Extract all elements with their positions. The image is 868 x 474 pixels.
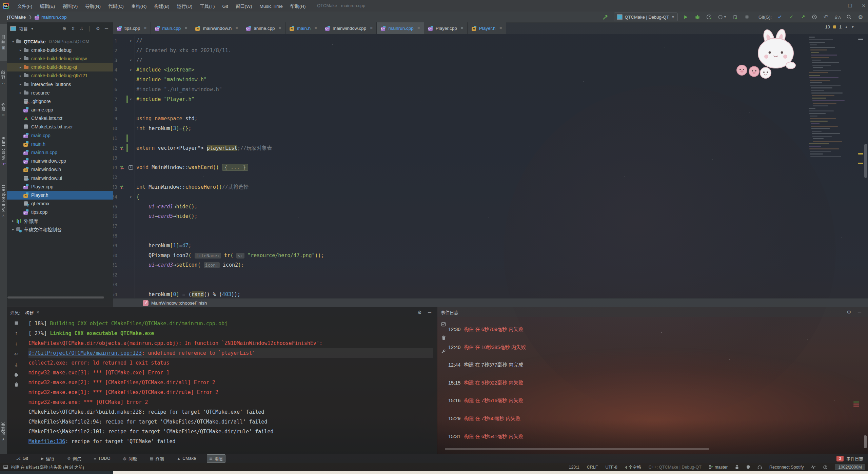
tree-row[interactable]: CMakeLists.txt: [7, 114, 113, 123]
build-minimize-icon[interactable]: ─: [428, 310, 431, 315]
tree-row[interactable]: C⁺⁺main.cpp: [7, 131, 113, 140]
clear-trash-icon[interactable]: [14, 382, 19, 387]
tree-row[interactable]: .gitignore: [7, 97, 113, 105]
menu-item[interactable]: 帮助(H): [287, 4, 310, 9]
menu-item[interactable]: Music Time: [256, 4, 287, 9]
menu-item[interactable]: 编辑(E): [36, 4, 59, 9]
status-item-branch[interactable]: master: [709, 465, 728, 470]
tree-row[interactable]: C⁺⁺Player.cpp: [7, 182, 113, 191]
breadcrumb-file[interactable]: mainrun.cpp: [41, 15, 66, 20]
coverage-button[interactable]: ▼: [717, 14, 727, 20]
tree-row[interactable]: C⁺⁺mainrun.cpp: [7, 148, 113, 157]
sidebar-item-project[interactable]: 项目 ▣: [0, 24, 7, 61]
code-line[interactable]: 13: [113, 153, 868, 163]
code-line[interactable]: 52: [113, 172, 868, 182]
chevron-down-icon[interactable]: ▼: [31, 27, 34, 30]
code-line[interactable]: 60 QPixmap icon2( fileName: tr( s: "reso…: [113, 251, 868, 261]
minimize-button[interactable]: ─: [834, 3, 839, 8]
code-line[interactable]: 53int MainWindow::chooseHero()//武将选择: [113, 182, 868, 192]
status-item-lock[interactable]: [735, 465, 739, 469]
code-line[interactable]: 61 ui→card3→setIcon( icon: icon2);: [113, 260, 868, 270]
tree-row[interactable]: ▸cmake-build-debug-qt5121: [7, 71, 113, 80]
profiler-button[interactable]: [706, 14, 712, 20]
event-log-vscrollbar[interactable]: [864, 435, 867, 448]
editor-tab[interactable]: Hmainwindow.h✕: [191, 22, 242, 34]
tab-close-icon[interactable]: ✕: [370, 26, 373, 30]
tree-row[interactable]: qt.emmx: [7, 200, 113, 208]
event-log-entry[interactable]: 12:40构建 在 10秒385毫秒 内失败: [448, 343, 526, 350]
tree-arrow-icon[interactable]: ▸: [18, 48, 23, 52]
editor-tab[interactable]: C⁺⁺Player.cpp✕: [424, 22, 468, 34]
event-log-entry[interactable]: 15:31构建 在 6秒541毫秒 内失败: [448, 432, 523, 439]
fold-marker-icon[interactable]: ∨: [129, 65, 133, 75]
git-update-button[interactable]: ↙: [776, 14, 783, 20]
build-hammer-icon[interactable]: [602, 14, 609, 20]
editor-tab[interactable]: HPlayer.h✕: [468, 22, 506, 34]
collapse-all-icon[interactable]: ⥥: [80, 26, 83, 32]
build-tab[interactable]: 构建 ✕: [25, 309, 40, 316]
code-line[interactable]: 59 heroNum[1]=47;: [113, 241, 868, 251]
settings-gear-icon[interactable]: ⚙: [857, 14, 864, 20]
code-line[interactable]: 8: [113, 104, 868, 114]
sidebar-item-pull-request[interactable]: Pull Request ⑃: [0, 176, 7, 227]
inspections-widget[interactable]: 10 1 ▲ ▼: [825, 24, 854, 29]
editor-tab[interactable]: C⁺⁺anime.cpp✕: [242, 22, 285, 34]
status-message[interactable]: 构建 在 6秒541毫秒 内失败 (片刻 之前): [3, 464, 84, 470]
project-panel-title[interactable]: 项目: [19, 25, 28, 32]
tab-close-icon[interactable]: ✕: [184, 26, 188, 30]
related-symbol-gutter-icon[interactable]: [119, 146, 124, 151]
stop-button[interactable]: [744, 14, 750, 20]
toolwindow-button-todo[interactable]: ≡TODO: [92, 455, 112, 461]
status-item[interactable]: Reconnect Spotify: [769, 465, 804, 470]
clear-log-trash-icon[interactable]: [441, 335, 446, 340]
down-arrow-icon[interactable]: ↓: [15, 341, 18, 346]
code-line[interactable]: 63: [113, 280, 868, 290]
context-function-name[interactable]: MainWindow::chooseFinish: [151, 301, 207, 306]
fold-plus-icon[interactable]: +: [129, 165, 133, 170]
tab-close-icon[interactable]: ✕: [144, 26, 147, 30]
build-output-link[interactable]: D:/GitProject/QTCMake/mainrun.cpp:123: [28, 350, 142, 356]
tree-arrow-icon[interactable]: ▾: [10, 40, 16, 43]
prev-problem-icon[interactable]: ▲: [845, 25, 848, 29]
panel-settings-gear-icon[interactable]: ⚙: [96, 26, 100, 31]
toolwindow-button-messages[interactable]: ☰消息: [207, 454, 225, 463]
sidebar-item-structure[interactable]: 结构 ∴: [0, 62, 7, 93]
toolwindow-button-debug[interactable]: ☢调试: [65, 455, 83, 462]
menu-item[interactable]: 重构(R): [127, 4, 151, 9]
related-symbol-gutter-icon[interactable]: [119, 165, 124, 170]
status-item-headphones[interactable]: [757, 465, 762, 469]
event-settings-gear-icon[interactable]: ⚙: [847, 309, 851, 315]
wrench-icon[interactable]: [441, 349, 446, 354]
error-stripe-warning-mark[interactable]: [858, 153, 863, 154]
tree-row[interactable]: ▸草稿文件和控制台: [7, 225, 113, 233]
next-problem-icon[interactable]: ▼: [851, 25, 854, 29]
debug-button[interactable]: [694, 14, 701, 20]
fold-marker-icon[interactable]: ∨: [129, 192, 133, 202]
tree-arrow-icon[interactable]: ▸: [18, 57, 23, 60]
event-log-entry[interactable]: 15:15构建 在 5秒922毫秒 内失败: [448, 379, 523, 386]
up-arrow-icon[interactable]: ↑: [15, 330, 18, 336]
tree-row[interactable]: ▸cmake-build-debug-mingw: [7, 54, 113, 63]
tree-row[interactable]: mainwindow.ui: [7, 174, 113, 182]
build-output-link[interactable]: Makefile:136: [28, 438, 65, 445]
tree-arrow-icon[interactable]: ▸: [10, 227, 16, 231]
git-commit-button[interactable]: ✓: [788, 14, 795, 20]
editor-vscrollbar[interactable]: [864, 144, 867, 178]
rollback-icon[interactable]: ↶: [823, 14, 829, 20]
minimap[interactable]: [809, 37, 846, 162]
code-line[interactable]: 14+void MainWindow::washCard() { ... }: [113, 163, 868, 172]
translate-icon[interactable]: 文A: [834, 14, 841, 20]
editor-tab[interactable]: C⁺⁺tips.cpp✕: [113, 22, 151, 34]
toolwindow-button-terminal[interactable]: ▤终端: [148, 455, 166, 462]
status-item[interactable]: 123:1: [569, 465, 579, 470]
tree-arrow-icon[interactable]: ▸: [18, 65, 23, 69]
build-settings-gear-icon[interactable]: ⚙: [418, 310, 422, 315]
stop-icon[interactable]: [14, 321, 19, 325]
fold-marker-icon[interactable]: ∨: [129, 36, 133, 46]
status-item-shield[interactable]: [746, 465, 750, 469]
fold-marker-icon[interactable]: ∨: [129, 56, 133, 65]
git-push-button[interactable]: ↗: [800, 14, 806, 20]
maximize-button[interactable]: ❒: [848, 3, 852, 8]
tree-arrow-icon[interactable]: ▸: [18, 74, 23, 78]
event-log-entry[interactable]: 12:30构建 在 6秒709毫秒 内失败: [448, 325, 523, 332]
